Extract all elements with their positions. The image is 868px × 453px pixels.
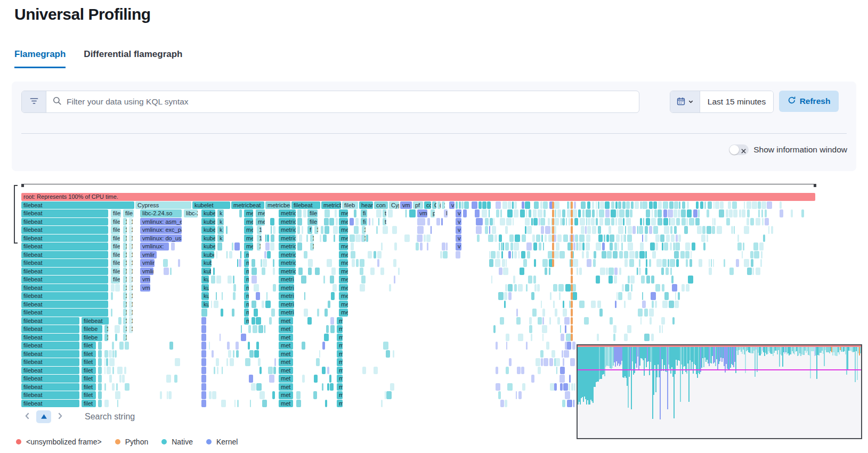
legend-item-2[interactable]: Python (115, 438, 149, 446)
flame-stripe[interactable] (566, 218, 567, 226)
flame-stripe[interactable] (297, 242, 302, 250)
flame-block[interactable] (98, 383, 102, 391)
flame-stripe[interactable] (528, 276, 532, 284)
flame-stripe[interactable] (351, 242, 354, 250)
flame-stripe[interactable] (658, 201, 662, 209)
flame-stripe[interactable] (211, 276, 215, 284)
flame-stripe[interactable] (355, 218, 359, 226)
refresh-button[interactable]: Refresh (779, 91, 839, 112)
flame-block[interactable] (201, 358, 206, 366)
flame-block[interactable]: kube (201, 226, 215, 234)
flame-block[interactable]: kube (201, 218, 215, 226)
flame-stripe[interactable] (564, 350, 569, 358)
flame-stripe[interactable] (621, 234, 622, 242)
flame-stripe[interactable] (107, 367, 111, 375)
flame-block[interactable]: 1 (129, 251, 133, 259)
flame-stripe[interactable] (496, 209, 499, 217)
flame-block[interactable]: kub (201, 268, 211, 276)
flame-stripe[interactable] (714, 218, 716, 226)
flame-stripe[interactable] (553, 301, 555, 309)
flame-stripe[interactable] (380, 268, 384, 276)
flame-block[interactable] (98, 350, 102, 358)
flame-block[interactable]: me (256, 209, 265, 217)
flame-stripe[interactable] (613, 334, 615, 342)
flame-block[interactable]: vm (417, 209, 427, 217)
flame-stripe[interactable] (270, 218, 274, 226)
flame-block[interactable]: v (456, 218, 461, 226)
flame-stripe[interactable] (269, 375, 274, 383)
flame-stripe[interactable] (707, 234, 708, 242)
flame-stripe[interactable] (664, 242, 668, 250)
flame-stripe[interactable] (506, 367, 509, 375)
flame-stripe[interactable] (516, 309, 518, 317)
flame-stripe[interactable] (747, 209, 750, 217)
flame-stripe[interactable] (717, 226, 722, 234)
flame-stripe[interactable] (216, 276, 221, 284)
flame-stripe[interactable] (229, 251, 232, 259)
flame-block[interactable] (571, 276, 573, 284)
flame-block[interactable]: file (111, 218, 120, 226)
flame-stripe[interactable] (436, 218, 440, 226)
flame-stripe[interactable] (546, 342, 549, 350)
flame-stripe[interactable] (514, 242, 519, 250)
flame-stripe[interactable] (626, 201, 630, 209)
flame-stripe[interactable] (249, 375, 253, 383)
flame-stripe[interactable] (518, 251, 520, 259)
flame-stripe[interactable] (518, 391, 522, 399)
flame-stripe[interactable] (214, 301, 218, 309)
flame-stripe[interactable] (497, 251, 500, 259)
flame-stripe[interactable] (239, 209, 242, 217)
flame-block[interactable]: vm (400, 201, 412, 209)
flamegraph-search-input[interactable]: Search string (85, 412, 135, 422)
flame-stripe[interactable] (655, 234, 660, 242)
flame-block[interactable]: 1 (257, 242, 261, 250)
flame-stripe[interactable] (618, 201, 621, 209)
flame-stripe[interactable] (662, 242, 663, 250)
flame-stripe[interactable] (499, 234, 502, 242)
flame-block[interactable]: 1 (123, 234, 127, 242)
flame-stripe[interactable] (516, 317, 521, 325)
flame-stripe[interactable] (252, 259, 255, 267)
flame-stripe[interactable] (560, 367, 565, 375)
flame-block[interactable]: filebeat (21, 201, 134, 209)
flame-stripe[interactable] (637, 268, 638, 276)
flame-stripe[interactable] (252, 268, 257, 276)
flame-stripe[interactable] (582, 251, 584, 259)
flame-stripe[interactable] (579, 234, 585, 242)
flame-stripe[interactable] (323, 276, 325, 284)
flame-stripe[interactable] (679, 201, 680, 209)
flame-stripe[interactable] (542, 325, 547, 333)
flame-block[interactable]: v (456, 209, 461, 217)
flame-block[interactable]: t (383, 218, 386, 226)
flame-stripe[interactable] (639, 226, 643, 234)
flame-stripe[interactable] (329, 375, 331, 383)
search-next-button[interactable] (56, 411, 64, 422)
flame-stripe[interactable] (254, 284, 259, 292)
flame-block[interactable] (201, 342, 206, 350)
flame-block[interactable]: me (339, 209, 348, 217)
flame-stripe[interactable] (221, 400, 226, 408)
flame-stripe[interactable] (739, 209, 741, 217)
flame-stripe[interactable] (654, 209, 657, 217)
flame-block[interactable]: filebeat (21, 334, 79, 342)
flame-stripe[interactable] (712, 226, 715, 234)
flame-stripe[interactable] (489, 259, 493, 267)
flame-stripe[interactable] (478, 201, 482, 209)
flame-stripe[interactable] (704, 201, 706, 209)
flame-stripe[interactable] (592, 201, 594, 209)
flame-stripe[interactable] (629, 251, 635, 259)
flame-stripe[interactable] (666, 234, 670, 242)
flame-stripe[interactable] (761, 201, 766, 209)
flame-block[interactable]: filet (82, 350, 96, 358)
flame-block[interactable]: filebeat (21, 367, 79, 375)
flame-block[interactable]: filebeat (21, 226, 108, 234)
flame-stripe[interactable] (658, 209, 662, 217)
flame-stripe[interactable] (325, 400, 327, 408)
flame-stripe[interactable] (504, 301, 506, 309)
flame-stripe[interactable] (330, 317, 334, 325)
flame-stripe[interactable] (642, 292, 643, 300)
flame-stripe[interactable] (699, 259, 702, 267)
flame-block[interactable]: m (244, 292, 249, 300)
flame-stripe[interactable] (228, 276, 232, 284)
flame-stripe[interactable] (616, 292, 618, 300)
